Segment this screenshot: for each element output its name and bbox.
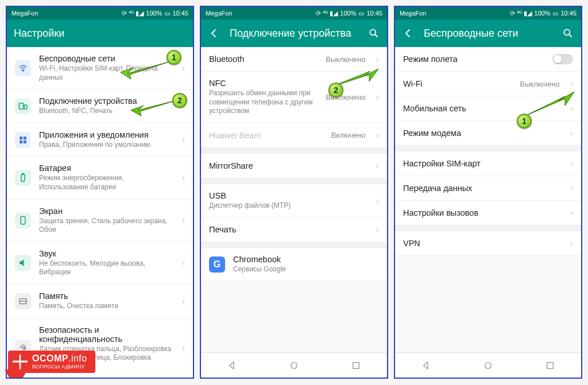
row-wifi[interactable]: Wi-Fi Выключено › <box>395 72 581 96</box>
row-chromebook[interactable]: G Chromebook Сервисы Google <box>201 248 387 282</box>
row-sub: Диспетчер файлов (MTP) <box>209 201 368 211</box>
row-sound[interactable]: Звук Не беспокоить, Мелодия вызова, Вибр… <box>7 242 193 285</box>
row-title: Bluetooth <box>209 55 318 64</box>
nav-back[interactable] <box>220 357 243 374</box>
signal-icon: ⟳ ⁴ᴳ ▮◢ <box>122 10 144 17</box>
row-title: Настройки SIM-карт <box>403 159 562 168</box>
badge-1: 1 <box>167 50 181 65</box>
phone-device-connection: MegaFon ⟳ ⁴ᴳ ▮◢ 100% ▭ 10:45 Подключение… <box>200 6 388 379</box>
display-icon <box>15 212 31 228</box>
nav-recent[interactable] <box>539 357 562 374</box>
nav-recent[interactable] <box>345 357 368 374</box>
row-nfc[interactable]: NFC Разрешить обмен данными при совмещен… <box>201 72 387 123</box>
row-battery[interactable]: Батарея Режим энергосбережения, Использо… <box>7 157 193 199</box>
row-tethering[interactable]: Режим модема › <box>395 121 581 146</box>
search-button[interactable] <box>368 27 380 40</box>
row-vpn[interactable]: VPN › <box>395 231 581 256</box>
nav-home[interactable] <box>477 357 500 374</box>
row-sub: Wi-Fi, Настройки SIM-карт, Передача данн… <box>39 64 174 82</box>
device-list[interactable]: Bluetooth Выключено › NFC Разрешить обме… <box>201 47 387 352</box>
row-device-connection[interactable]: Подключение устройства Bluetooth, NFC, П… <box>7 90 193 123</box>
carrier-label: MegaFon <box>206 10 232 17</box>
row-usb[interactable]: USB Диспетчер файлов (MTP) › <box>201 184 387 218</box>
row-title: Беспроводные сети <box>39 54 174 63</box>
nav-back[interactable] <box>415 357 438 374</box>
watermark-tagline: ВОПРОСЫ АДМИНУ <box>32 364 87 370</box>
row-memory[interactable]: Память Память, Очистка памяти › <box>7 285 193 318</box>
row-mirrorshare[interactable]: MirrorShare › <box>201 154 387 178</box>
section-gap <box>395 225 581 231</box>
svg-point-0 <box>22 69 24 71</box>
chevron-right-icon: › <box>376 161 379 171</box>
svg-line-14 <box>376 35 378 37</box>
badge-2b: 2 <box>328 83 343 98</box>
badge-1b: 1 <box>517 114 532 129</box>
page-title: Подключение устройства <box>230 28 358 40</box>
chevron-right-icon: › <box>376 196 379 206</box>
row-title: Wi-Fi <box>403 79 512 88</box>
chevron-right-icon: › <box>376 130 379 141</box>
nav-bar <box>395 352 581 378</box>
search-button[interactable] <box>562 27 574 40</box>
svg-rect-6 <box>24 140 26 143</box>
svg-rect-20 <box>547 362 554 368</box>
row-title: Печать <box>209 225 368 234</box>
row-sub: Режим энергосбережения, Использование ба… <box>39 174 174 192</box>
row-bluetooth[interactable]: Bluetooth Выключено › <box>201 47 387 72</box>
row-title: Подключение устройства <box>39 96 174 106</box>
clock-label: 10:45 <box>560 10 577 17</box>
chevron-right-icon: › <box>182 215 185 225</box>
row-title: MirrorShare <box>209 161 368 170</box>
svg-point-17 <box>564 29 570 35</box>
row-title: Режим модема <box>403 129 562 138</box>
svg-rect-9 <box>21 216 25 224</box>
chevron-right-icon: › <box>570 79 573 89</box>
row-title: Приложения и уведомления <box>39 130 174 139</box>
chevron-right-icon: › <box>182 296 185 306</box>
row-title: Huawei Beam <box>209 131 323 140</box>
back-button[interactable] <box>402 27 415 40</box>
row-data-usage[interactable]: Передача данных › <box>395 176 581 201</box>
section-gap <box>201 242 387 248</box>
row-mobile-network[interactable]: Мобильная сеть › <box>395 96 581 121</box>
back-button[interactable] <box>208 27 220 40</box>
chevron-right-icon: › <box>570 208 573 218</box>
wireless-list[interactable]: Режим полета Wi-Fi Выключено › Мобильная… <box>395 47 581 352</box>
apps-icon <box>15 132 31 148</box>
row-sub: Bluetooth, NFC, Печать <box>39 107 174 116</box>
row-title: Безопасность и конфиденциальность <box>39 325 174 344</box>
row-title: USB <box>209 191 368 200</box>
section-gap <box>395 146 581 151</box>
nav-home[interactable] <box>283 357 305 374</box>
row-title: Память <box>39 291 174 301</box>
row-title: Мобильная сеть <box>403 104 562 113</box>
chevron-right-icon: › <box>182 135 185 145</box>
row-print[interactable]: Печать › <box>201 217 387 242</box>
row-sub: Разрешить обмен данными при совмещении т… <box>209 89 318 116</box>
row-value: Выключено <box>520 80 559 88</box>
page-title: Настройки <box>14 28 186 40</box>
airplane-toggle[interactable] <box>552 54 573 64</box>
phone-settings-root: MegaFon ⟳ ⁴ᴳ ▮◢ 100% ▭ 10:45 Настройки Б… <box>6 6 194 379</box>
svg-rect-7 <box>21 174 25 181</box>
svg-rect-1 <box>19 103 24 110</box>
carrier-label: MegaFon <box>400 10 426 17</box>
battery-icon: ▭ <box>164 10 170 17</box>
row-title: Настройки вызовов <box>403 208 562 217</box>
row-sub: Не беспокоить, Мелодия вызова, Вибрация <box>39 259 174 277</box>
status-right: ⟳ ⁴ᴳ ▮◢ 100% ▭ 10:45 <box>510 10 577 17</box>
row-wireless[interactable]: Беспроводные сети Wi-Fi, Настройки SIM-к… <box>7 47 193 90</box>
row-display[interactable]: Экран Защита зрения, Стиль рабочего экра… <box>7 200 193 242</box>
chevron-right-icon: › <box>182 63 185 73</box>
svg-line-18 <box>570 35 572 37</box>
svg-rect-3 <box>20 137 22 139</box>
row-airplane[interactable]: Режим полета <box>395 47 581 72</box>
settings-list[interactable]: Беспроводные сети Wi-Fi, Настройки SIM-к… <box>7 47 193 378</box>
row-sim[interactable]: Настройки SIM-карт › <box>395 151 581 176</box>
clock-label: 10:45 <box>366 10 382 17</box>
row-title: Батарея <box>39 164 174 173</box>
row-title: NFC <box>209 79 318 88</box>
row-title: Звук <box>39 249 174 258</box>
row-apps[interactable]: Приложения и уведомления Права, Приложен… <box>7 123 193 157</box>
row-call-settings[interactable]: Настройки вызовов › <box>395 201 581 225</box>
